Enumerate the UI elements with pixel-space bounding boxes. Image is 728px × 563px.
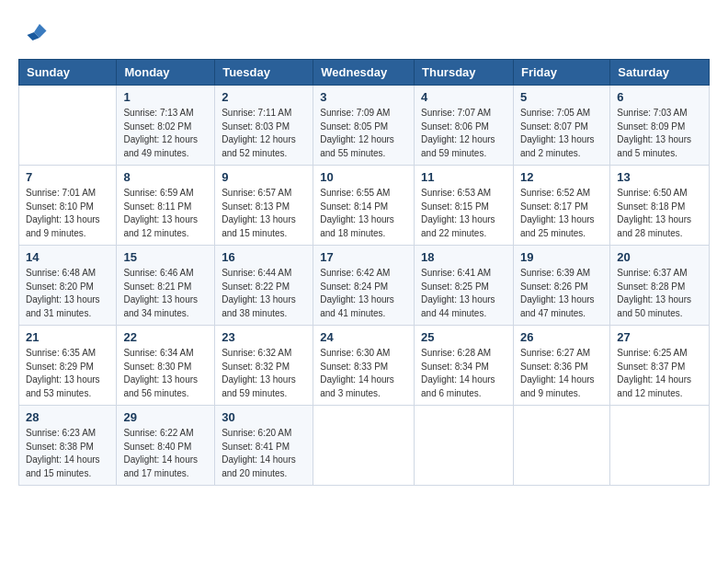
calendar-cell (313, 406, 415, 486)
calendar-cell: 21Sunrise: 6:35 AMSunset: 8:29 PMDayligh… (19, 326, 117, 406)
calendar-cell: 24Sunrise: 6:30 AMSunset: 8:33 PMDayligh… (313, 326, 415, 406)
calendar-cell: 15Sunrise: 6:46 AMSunset: 8:21 PMDayligh… (117, 246, 215, 326)
day-number: 30 (222, 410, 306, 424)
calendar-cell (19, 86, 117, 166)
calendar-cell: 1Sunrise: 7:13 AMSunset: 8:02 PMDaylight… (117, 86, 215, 166)
cell-info: Sunrise: 6:46 AMSunset: 8:21 PMDaylight:… (123, 267, 208, 320)
calendar-cell: 23Sunrise: 6:32 AMSunset: 8:32 PMDayligh… (215, 326, 313, 406)
day-number: 22 (123, 330, 208, 344)
calendar-cell (415, 406, 514, 486)
calendar-cell: 16Sunrise: 6:44 AMSunset: 8:22 PMDayligh… (215, 246, 313, 326)
calendar-table: SundayMondayTuesdayWednesdayThursdayFrid… (18, 59, 710, 486)
calendar-cell: 20Sunrise: 6:37 AMSunset: 8:28 PMDayligh… (610, 246, 710, 326)
day-number: 14 (26, 250, 109, 264)
calendar-cell: 30Sunrise: 6:20 AMSunset: 8:41 PMDayligh… (215, 406, 313, 486)
cell-info: Sunrise: 6:42 AMSunset: 8:24 PMDaylight:… (320, 267, 407, 320)
cell-info: Sunrise: 6:35 AMSunset: 8:29 PMDaylight:… (26, 347, 109, 400)
calendar-cell: 6Sunrise: 7:03 AMSunset: 8:09 PMDaylight… (610, 86, 710, 166)
calendar-cell: 9Sunrise: 6:57 AMSunset: 8:13 PMDaylight… (215, 166, 313, 246)
week-row-3: 14Sunrise: 6:48 AMSunset: 8:20 PMDayligh… (19, 246, 710, 326)
day-number: 24 (320, 330, 407, 344)
cell-info: Sunrise: 6:41 AMSunset: 8:25 PMDaylight:… (421, 267, 506, 320)
calendar-cell: 22Sunrise: 6:34 AMSunset: 8:30 PMDayligh… (117, 326, 215, 406)
day-number: 1 (123, 90, 208, 104)
day-number: 13 (617, 170, 702, 184)
calendar-cell: 10Sunrise: 6:55 AMSunset: 8:14 PMDayligh… (313, 166, 415, 246)
cell-info: Sunrise: 7:13 AMSunset: 8:02 PMDaylight:… (123, 107, 208, 160)
weekday-header-thursday: Thursday (415, 60, 514, 86)
week-row-5: 28Sunrise: 6:23 AMSunset: 8:38 PMDayligh… (19, 406, 710, 486)
cell-info: Sunrise: 6:44 AMSunset: 8:22 PMDaylight:… (222, 267, 306, 320)
weekday-header-row: SundayMondayTuesdayWednesdayThursdayFrid… (19, 60, 710, 86)
logo (18, 18, 48, 50)
day-number: 4 (421, 90, 506, 104)
cell-info: Sunrise: 6:28 AMSunset: 8:34 PMDaylight:… (421, 347, 506, 400)
cell-info: Sunrise: 7:07 AMSunset: 8:06 PMDaylight:… (421, 107, 506, 160)
cell-info: Sunrise: 6:48 AMSunset: 8:20 PMDaylight:… (26, 267, 109, 320)
week-row-2: 7Sunrise: 7:01 AMSunset: 8:10 PMDaylight… (19, 166, 710, 246)
calendar-cell: 28Sunrise: 6:23 AMSunset: 8:38 PMDayligh… (19, 406, 117, 486)
day-number: 9 (222, 170, 306, 184)
page-header (18, 18, 710, 50)
calendar-cell: 4Sunrise: 7:07 AMSunset: 8:06 PMDaylight… (415, 86, 514, 166)
calendar-cell: 25Sunrise: 6:28 AMSunset: 8:34 PMDayligh… (415, 326, 514, 406)
day-number: 25 (421, 330, 506, 344)
calendar-cell: 3Sunrise: 7:09 AMSunset: 8:05 PMDaylight… (313, 86, 415, 166)
day-number: 20 (617, 250, 702, 264)
day-number: 27 (617, 330, 702, 344)
cell-info: Sunrise: 6:20 AMSunset: 8:41 PMDaylight:… (222, 427, 306, 480)
weekday-header-friday: Friday (513, 60, 609, 86)
calendar-cell: 29Sunrise: 6:22 AMSunset: 8:40 PMDayligh… (117, 406, 215, 486)
cell-info: Sunrise: 6:52 AMSunset: 8:17 PMDaylight:… (520, 187, 603, 240)
cell-info: Sunrise: 6:23 AMSunset: 8:38 PMDaylight:… (26, 427, 109, 480)
day-number: 15 (123, 250, 208, 264)
week-row-4: 21Sunrise: 6:35 AMSunset: 8:29 PMDayligh… (19, 326, 710, 406)
cell-info: Sunrise: 6:39 AMSunset: 8:26 PMDaylight:… (520, 267, 603, 320)
calendar-cell: 14Sunrise: 6:48 AMSunset: 8:20 PMDayligh… (19, 246, 117, 326)
day-number: 12 (520, 170, 603, 184)
day-number: 18 (421, 250, 506, 264)
calendar-cell: 7Sunrise: 7:01 AMSunset: 8:10 PMDaylight… (19, 166, 117, 246)
cell-info: Sunrise: 7:01 AMSunset: 8:10 PMDaylight:… (26, 187, 109, 240)
cell-info: Sunrise: 6:34 AMSunset: 8:30 PMDaylight:… (123, 347, 208, 400)
day-number: 7 (26, 170, 109, 184)
cell-info: Sunrise: 7:09 AMSunset: 8:05 PMDaylight:… (320, 107, 407, 160)
calendar-cell: 11Sunrise: 6:53 AMSunset: 8:15 PMDayligh… (415, 166, 514, 246)
cell-info: Sunrise: 7:11 AMSunset: 8:03 PMDaylight:… (222, 107, 306, 160)
cell-info: Sunrise: 7:03 AMSunset: 8:09 PMDaylight:… (617, 107, 702, 160)
day-number: 19 (520, 250, 603, 264)
weekday-header-monday: Monday (117, 60, 215, 86)
calendar-cell: 19Sunrise: 6:39 AMSunset: 8:26 PMDayligh… (513, 246, 609, 326)
calendar-cell: 2Sunrise: 7:11 AMSunset: 8:03 PMDaylight… (215, 86, 313, 166)
logo-icon (20, 18, 48, 46)
weekday-header-saturday: Saturday (610, 60, 710, 86)
weekday-header-sunday: Sunday (19, 60, 117, 86)
weekday-header-tuesday: Tuesday (215, 60, 313, 86)
calendar-cell: 18Sunrise: 6:41 AMSunset: 8:25 PMDayligh… (415, 246, 514, 326)
week-row-1: 1Sunrise: 7:13 AMSunset: 8:02 PMDaylight… (19, 86, 710, 166)
day-number: 5 (520, 90, 603, 104)
cell-info: Sunrise: 7:05 AMSunset: 8:07 PMDaylight:… (520, 107, 603, 160)
cell-info: Sunrise: 6:59 AMSunset: 8:11 PMDaylight:… (123, 187, 208, 240)
day-number: 8 (123, 170, 208, 184)
calendar-cell: 17Sunrise: 6:42 AMSunset: 8:24 PMDayligh… (313, 246, 415, 326)
weekday-header-wednesday: Wednesday (313, 60, 415, 86)
cell-info: Sunrise: 6:50 AMSunset: 8:18 PMDaylight:… (617, 187, 702, 240)
cell-info: Sunrise: 6:57 AMSunset: 8:13 PMDaylight:… (222, 187, 306, 240)
day-number: 10 (320, 170, 407, 184)
day-number: 26 (520, 330, 603, 344)
calendar-cell: 8Sunrise: 6:59 AMSunset: 8:11 PMDaylight… (117, 166, 215, 246)
day-number: 3 (320, 90, 407, 104)
cell-info: Sunrise: 6:53 AMSunset: 8:15 PMDaylight:… (421, 187, 506, 240)
day-number: 2 (222, 90, 306, 104)
calendar-cell (513, 406, 609, 486)
day-number: 28 (26, 410, 109, 424)
calendar-cell (610, 406, 710, 486)
calendar-cell: 13Sunrise: 6:50 AMSunset: 8:18 PMDayligh… (610, 166, 710, 246)
calendar-cell: 5Sunrise: 7:05 AMSunset: 8:07 PMDaylight… (513, 86, 609, 166)
day-number: 17 (320, 250, 407, 264)
calendar-cell: 26Sunrise: 6:27 AMSunset: 8:36 PMDayligh… (513, 326, 609, 406)
calendar-cell: 27Sunrise: 6:25 AMSunset: 8:37 PMDayligh… (610, 326, 710, 406)
day-number: 6 (617, 90, 702, 104)
cell-info: Sunrise: 6:27 AMSunset: 8:36 PMDaylight:… (520, 347, 603, 400)
